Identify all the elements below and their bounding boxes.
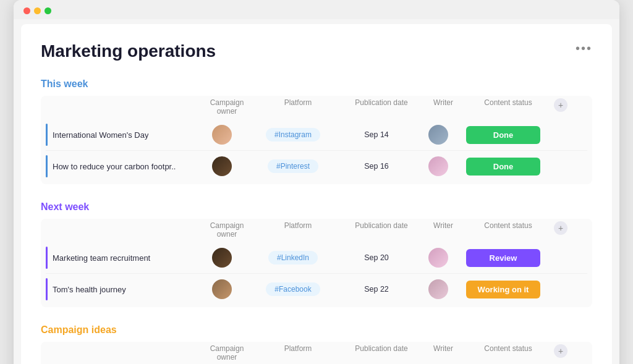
main-content: Marketing operations ••• This week Campa… xyxy=(21,24,612,364)
page-header: Marketing operations ••• xyxy=(41,41,592,61)
more-options-icon[interactable]: ••• xyxy=(576,41,592,56)
row-title-cell: Marketing team recruitment xyxy=(46,247,194,269)
pubdate-cell: Sep 20 xyxy=(336,253,417,262)
col-title xyxy=(51,221,199,239)
row-left-border xyxy=(46,124,48,146)
col-writer: Writer xyxy=(422,221,465,239)
section-next-week: Next week Campaign owner Platform Public… xyxy=(41,201,592,307)
platform-tag[interactable]: #Instagram xyxy=(266,128,320,142)
section-this-week: This week Campaign owner Platform Public… xyxy=(41,78,592,184)
col-platform: Platform xyxy=(255,344,341,362)
col-pubdate: Publication date xyxy=(341,221,422,239)
writer-avatar xyxy=(428,125,448,145)
maximize-dot[interactable] xyxy=(45,7,51,14)
platform-tag[interactable]: #LinkedIn xyxy=(268,251,318,265)
table-row: Marketing team recruitment #LinkedIn Sep… xyxy=(46,242,587,274)
table-this-week: Campaign owner Platform Publication date… xyxy=(41,96,592,184)
row-left-border xyxy=(46,247,48,269)
col-add: + xyxy=(551,221,571,239)
col-platform: Platform xyxy=(255,98,341,116)
owner-avatar xyxy=(212,156,232,176)
pub-date: Sep 16 xyxy=(364,162,389,171)
pubdate-cell: Sep 22 xyxy=(336,285,417,294)
col-pubdate: Publication date xyxy=(341,98,422,116)
col-add: + xyxy=(551,344,571,362)
table-header-this-week: Campaign owner Platform Publication date… xyxy=(46,96,587,119)
status-badge: Working on it xyxy=(466,281,540,298)
col-owner: Campaign owner xyxy=(199,98,255,116)
owner-cell xyxy=(194,156,250,176)
close-dot[interactable] xyxy=(23,7,30,14)
pubdate-cell: Sep 14 xyxy=(336,130,417,139)
section-title-next-week: Next week xyxy=(41,201,89,213)
owner-avatar xyxy=(212,248,232,268)
owner-avatar xyxy=(212,125,232,145)
platform-tag[interactable]: #Pinterest xyxy=(268,159,318,173)
col-status: Content status xyxy=(465,344,551,362)
writer-cell xyxy=(417,279,460,299)
col-writer: Writer xyxy=(422,98,465,116)
table-campaign-ideas: Campaign owner Platform Publication date… xyxy=(41,342,592,364)
add-row-button[interactable]: + xyxy=(554,344,567,358)
section-campaign-ideas: Campaign ideas Campaign owner Platform P… xyxy=(41,324,592,364)
pub-date: Sep 14 xyxy=(364,130,389,139)
writer-cell xyxy=(417,125,460,145)
owner-avatar xyxy=(212,279,232,299)
section-title-campaign-ideas: Campaign ideas xyxy=(41,324,117,336)
app-window: Marketing operations ••• This week Campa… xyxy=(14,0,619,364)
platform-cell: #Instagram xyxy=(250,128,336,142)
add-row-button[interactable]: + xyxy=(554,221,567,235)
col-platform: Platform xyxy=(255,221,341,239)
platform-cell: #Pinterest xyxy=(250,159,336,173)
col-writer: Writer xyxy=(422,344,465,362)
writer-cell xyxy=(417,248,460,268)
pubdate-cell: Sep 16 xyxy=(336,162,417,171)
writer-avatar xyxy=(428,156,448,176)
row-title: Marketing team recruitment xyxy=(53,253,150,263)
minimize-dot[interactable] xyxy=(34,7,41,14)
table-row: How to reduce your carbon footpr.. #Pint… xyxy=(46,151,587,182)
section-header-next-week: Next week xyxy=(41,201,592,213)
col-add: + xyxy=(551,98,571,116)
status-badge: Done xyxy=(466,158,540,176)
status-badge: Review xyxy=(466,249,540,267)
table-header-next-week: Campaign owner Platform Publication date… xyxy=(46,219,587,242)
row-title-cell: Tom's health journey xyxy=(46,278,194,300)
table-next-week: Campaign owner Platform Publication date… xyxy=(41,219,592,307)
col-owner: Campaign owner xyxy=(199,221,255,239)
row-title-cell: How to reduce your carbon footpr.. xyxy=(46,155,194,177)
table-header-campaign-ideas: Campaign owner Platform Publication date… xyxy=(46,342,587,364)
row-title: Tom's health journey xyxy=(53,285,126,294)
col-pubdate: Publication date xyxy=(341,344,422,362)
row-left-border xyxy=(46,278,48,300)
owner-cell xyxy=(194,279,250,299)
writer-avatar xyxy=(428,248,448,268)
platform-cell: #LinkedIn xyxy=(250,251,336,265)
platform-tag[interactable]: #Facebook xyxy=(266,282,320,296)
section-title-this-week: This week xyxy=(41,78,88,90)
writer-cell xyxy=(417,156,460,176)
table-row: Tom's health journey #Facebook Sep 22 Wo… xyxy=(46,274,587,305)
platform-cell: #Facebook xyxy=(250,282,336,296)
title-bar xyxy=(14,0,619,19)
col-status: Content status xyxy=(465,221,551,239)
add-row-button[interactable]: + xyxy=(554,98,567,112)
table-row: International Women's Day #Instagram Sep… xyxy=(46,119,587,151)
row-left-border xyxy=(46,155,48,177)
owner-cell xyxy=(194,248,250,268)
page-title: Marketing operations xyxy=(41,41,216,61)
pub-date: Sep 20 xyxy=(364,253,389,262)
col-title xyxy=(51,344,199,362)
pub-date: Sep 22 xyxy=(364,285,389,294)
col-title xyxy=(51,98,199,116)
section-header-campaign-ideas: Campaign ideas xyxy=(41,324,592,336)
writer-avatar xyxy=(428,279,448,299)
owner-cell xyxy=(194,125,250,145)
section-header-this-week: This week xyxy=(41,78,592,90)
sections-container: This week Campaign owner Platform Public… xyxy=(41,78,592,364)
row-title: International Women's Day xyxy=(53,130,148,140)
row-title: How to reduce your carbon footpr.. xyxy=(53,162,176,171)
status-badge: Done xyxy=(466,126,540,144)
row-title-cell: International Women's Day xyxy=(46,124,194,146)
col-owner: Campaign owner xyxy=(199,344,255,362)
